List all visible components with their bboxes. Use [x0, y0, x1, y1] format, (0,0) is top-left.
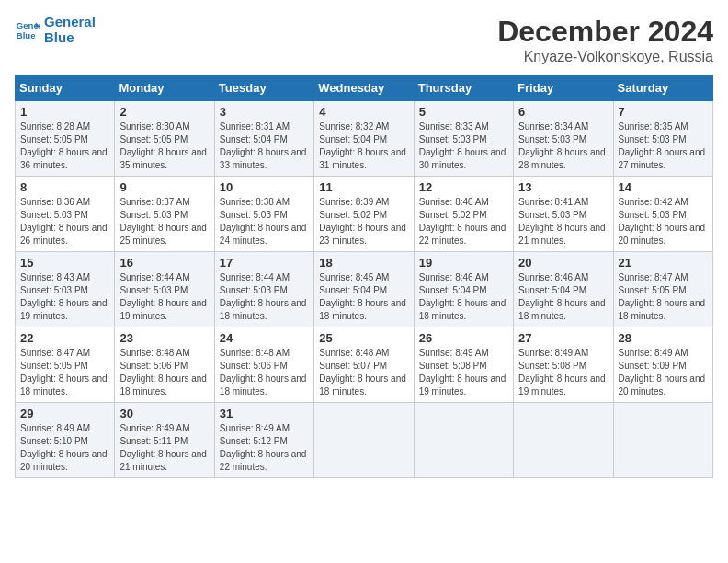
calendar-cell: 11 Sunrise: 8:39 AM Sunset: 5:02 PM Dayl… — [314, 177, 414, 252]
calendar-cell: 16 Sunrise: 8:44 AM Sunset: 5:03 PM Dayl… — [115, 252, 214, 327]
page-header: General Blue GeneralBlue December 2024 K… — [15, 15, 713, 65]
calendar-cell: 9 Sunrise: 8:37 AM Sunset: 5:03 PM Dayli… — [115, 177, 214, 252]
logo-icon: General Blue — [15, 17, 40, 43]
day-number: 25 — [319, 331, 408, 345]
day-info: Sunrise: 8:49 AM Sunset: 5:12 PM Dayligh… — [220, 422, 309, 474]
calendar-cell: 12 Sunrise: 8:40 AM Sunset: 5:02 PM Dayl… — [414, 177, 513, 252]
calendar-cell: 13 Sunrise: 8:41 AM Sunset: 5:03 PM Dayl… — [514, 177, 613, 252]
day-number: 14 — [619, 180, 708, 194]
calendar-cell: 17 Sunrise: 8:44 AM Sunset: 5:03 PM Dayl… — [214, 252, 313, 327]
header-saturday: Saturday — [613, 75, 712, 101]
calendar-cell: 4 Sunrise: 8:32 AM Sunset: 5:04 PM Dayli… — [314, 101, 414, 177]
day-info: Sunrise: 8:47 AM Sunset: 5:05 PM Dayligh… — [619, 271, 708, 323]
day-number: 12 — [419, 180, 508, 194]
calendar-cell: 22 Sunrise: 8:47 AM Sunset: 5:05 PM Dayl… — [16, 327, 115, 403]
day-number: 29 — [20, 407, 109, 420]
day-number: 20 — [518, 256, 608, 270]
day-info: Sunrise: 8:49 AM Sunset: 5:11 PM Dayligh… — [119, 422, 209, 474]
day-info: Sunrise: 8:49 AM Sunset: 5:08 PM Dayligh… — [419, 347, 508, 398]
day-info: Sunrise: 8:32 AM Sunset: 5:04 PM Dayligh… — [319, 121, 408, 172]
day-number: 7 — [619, 105, 708, 119]
day-number: 22 — [20, 331, 109, 345]
calendar-cell — [613, 403, 712, 478]
day-number: 21 — [619, 256, 708, 270]
calendar-table: SundayMondayTuesdayWednesdayThursdayFrid… — [15, 75, 713, 478]
day-number: 31 — [220, 407, 309, 420]
week-row-4: 22 Sunrise: 8:47 AM Sunset: 5:05 PM Dayl… — [16, 327, 713, 403]
calendar-cell: 18 Sunrise: 8:45 AM Sunset: 5:04 PM Dayl… — [314, 252, 414, 327]
day-number: 19 — [419, 256, 508, 270]
header-monday: Monday — [115, 75, 214, 101]
calendar-cell: 1 Sunrise: 8:28 AM Sunset: 5:05 PM Dayli… — [16, 101, 115, 177]
day-number: 26 — [419, 331, 508, 345]
week-row-1: 1 Sunrise: 8:28 AM Sunset: 5:05 PM Dayli… — [16, 101, 713, 177]
month-title: December 2024 — [497, 15, 713, 49]
header-thursday: Thursday — [414, 75, 513, 101]
calendar-cell: 28 Sunrise: 8:49 AM Sunset: 5:09 PM Dayl… — [613, 327, 712, 403]
day-number: 3 — [220, 105, 309, 119]
day-number: 16 — [119, 256, 209, 270]
day-number: 23 — [119, 331, 209, 345]
header-friday: Friday — [514, 75, 613, 101]
day-info: Sunrise: 8:41 AM Sunset: 5:03 PM Dayligh… — [518, 196, 608, 247]
calendar-cell — [414, 403, 513, 478]
day-info: Sunrise: 8:46 AM Sunset: 5:04 PM Dayligh… — [419, 271, 508, 323]
day-number: 1 — [20, 105, 109, 119]
day-number: 4 — [319, 105, 408, 119]
calendar-cell — [314, 403, 414, 478]
day-number: 6 — [518, 105, 608, 119]
calendar-cell: 24 Sunrise: 8:48 AM Sunset: 5:06 PM Dayl… — [214, 327, 313, 403]
calendar-cell: 19 Sunrise: 8:46 AM Sunset: 5:04 PM Dayl… — [414, 252, 513, 327]
day-info: Sunrise: 8:46 AM Sunset: 5:04 PM Dayligh… — [518, 271, 608, 323]
day-info: Sunrise: 8:49 AM Sunset: 5:08 PM Dayligh… — [518, 347, 608, 398]
logo-text: GeneralBlue — [44, 15, 96, 45]
day-info: Sunrise: 8:33 AM Sunset: 5:03 PM Dayligh… — [419, 121, 508, 172]
week-row-3: 15 Sunrise: 8:43 AM Sunset: 5:03 PM Dayl… — [16, 252, 713, 327]
day-number: 18 — [319, 256, 408, 270]
header-sunday: Sunday — [16, 75, 115, 101]
day-info: Sunrise: 8:44 AM Sunset: 5:03 PM Dayligh… — [220, 271, 309, 323]
day-info: Sunrise: 8:34 AM Sunset: 5:03 PM Dayligh… — [518, 121, 608, 172]
header-wednesday: Wednesday — [314, 75, 414, 101]
calendar-cell: 23 Sunrise: 8:48 AM Sunset: 5:06 PM Dayl… — [115, 327, 214, 403]
calendar-header-row: SundayMondayTuesdayWednesdayThursdayFrid… — [16, 75, 713, 101]
calendar-cell: 5 Sunrise: 8:33 AM Sunset: 5:03 PM Dayli… — [414, 101, 513, 177]
day-info: Sunrise: 8:44 AM Sunset: 5:03 PM Dayligh… — [119, 271, 209, 323]
calendar-cell: 20 Sunrise: 8:46 AM Sunset: 5:04 PM Dayl… — [514, 252, 613, 327]
calendar-cell — [514, 403, 613, 478]
day-number: 9 — [119, 180, 209, 194]
day-info: Sunrise: 8:37 AM Sunset: 5:03 PM Dayligh… — [119, 196, 209, 247]
calendar-cell: 26 Sunrise: 8:49 AM Sunset: 5:08 PM Dayl… — [414, 327, 513, 403]
day-number: 13 — [518, 180, 608, 194]
day-info: Sunrise: 8:48 AM Sunset: 5:07 PM Dayligh… — [319, 347, 408, 398]
calendar-cell: 3 Sunrise: 8:31 AM Sunset: 5:04 PM Dayli… — [214, 101, 313, 177]
calendar-cell: 6 Sunrise: 8:34 AM Sunset: 5:03 PM Dayli… — [514, 101, 613, 177]
title-block: December 2024 Knyaze-Volkonskoye, Russia — [497, 15, 713, 65]
day-number: 11 — [319, 180, 408, 194]
day-info: Sunrise: 8:28 AM Sunset: 5:05 PM Dayligh… — [20, 121, 109, 172]
calendar-cell: 29 Sunrise: 8:49 AM Sunset: 5:10 PM Dayl… — [16, 403, 115, 478]
calendar-cell: 14 Sunrise: 8:42 AM Sunset: 5:03 PM Dayl… — [613, 177, 712, 252]
day-info: Sunrise: 8:45 AM Sunset: 5:04 PM Dayligh… — [319, 271, 408, 323]
week-row-2: 8 Sunrise: 8:36 AM Sunset: 5:03 PM Dayli… — [16, 177, 713, 252]
calendar-cell: 27 Sunrise: 8:49 AM Sunset: 5:08 PM Dayl… — [514, 327, 613, 403]
day-info: Sunrise: 8:48 AM Sunset: 5:06 PM Dayligh… — [220, 347, 309, 398]
day-info: Sunrise: 8:42 AM Sunset: 5:03 PM Dayligh… — [619, 196, 708, 247]
calendar-cell: 2 Sunrise: 8:30 AM Sunset: 5:05 PM Dayli… — [115, 101, 214, 177]
logo: General Blue GeneralBlue — [15, 15, 96, 45]
calendar-cell: 8 Sunrise: 8:36 AM Sunset: 5:03 PM Dayli… — [16, 177, 115, 252]
day-info: Sunrise: 8:38 AM Sunset: 5:03 PM Dayligh… — [220, 196, 309, 247]
day-info: Sunrise: 8:48 AM Sunset: 5:06 PM Dayligh… — [119, 347, 209, 398]
day-number: 17 — [220, 256, 309, 270]
day-info: Sunrise: 8:31 AM Sunset: 5:04 PM Dayligh… — [220, 121, 309, 172]
header-tuesday: Tuesday — [214, 75, 313, 101]
location: Knyaze-Volkonskoye, Russia — [497, 49, 713, 65]
day-info: Sunrise: 8:40 AM Sunset: 5:02 PM Dayligh… — [419, 196, 508, 247]
day-number: 8 — [20, 180, 109, 194]
day-number: 28 — [619, 331, 708, 345]
calendar-cell: 7 Sunrise: 8:35 AM Sunset: 5:03 PM Dayli… — [613, 101, 712, 177]
day-number: 2 — [119, 105, 209, 119]
week-row-5: 29 Sunrise: 8:49 AM Sunset: 5:10 PM Dayl… — [16, 403, 713, 478]
day-number: 30 — [119, 407, 209, 420]
svg-text:Blue: Blue — [17, 29, 36, 40]
